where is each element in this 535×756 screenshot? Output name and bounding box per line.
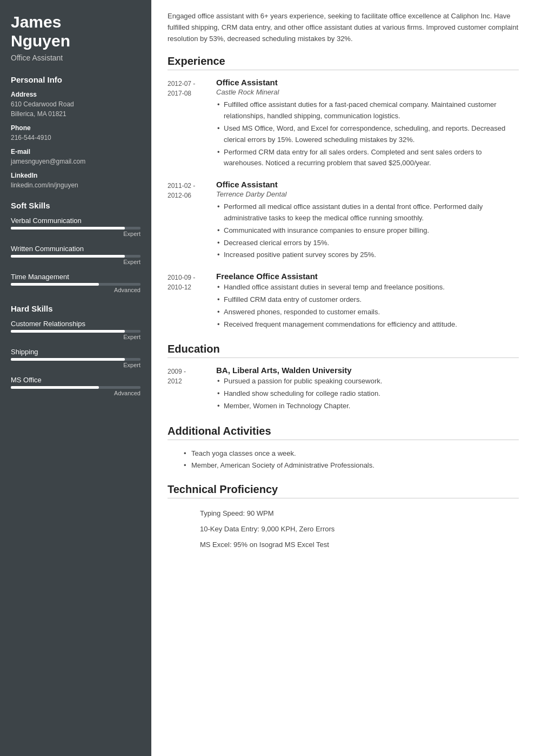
entry-content: Office Assistant Castle Rock Mineral Ful… xyxy=(216,78,519,170)
bullet-item: Pursued a passion for public speaking co… xyxy=(216,376,519,387)
experience-entry: 2011-02 -2012-06 Office Assistant Terren… xyxy=(168,180,519,262)
entry-edu-title: BA, Liberal Arts, Walden University xyxy=(216,366,519,375)
entry-job-title: Freelance Office Assistant xyxy=(216,272,519,281)
skill-bar-fill xyxy=(11,358,125,361)
skill-name: Time Management xyxy=(11,273,141,281)
hard-skills-heading: Hard Skills xyxy=(11,304,141,313)
skill-bar-bg xyxy=(11,330,141,333)
activities-heading: Additional Activities xyxy=(168,425,519,440)
education-heading: Education xyxy=(168,343,519,358)
skill-level: Expert xyxy=(11,259,141,265)
tech-item: Typing Speed: 90 WPM xyxy=(168,506,519,522)
experience-list: 2012-07 -2017-08 Office Assistant Castle… xyxy=(168,78,519,331)
skill-name: MS Office xyxy=(11,376,141,384)
hard-skills-list: Customer Relationships Expert Shipping E… xyxy=(11,320,141,396)
experience-entry: 2012-07 -2017-08 Office Assistant Castle… xyxy=(168,78,519,170)
entry-company: Terrence Darby Dental xyxy=(216,190,519,198)
bullet-item: Fulfilled CRM data entry of customer ord… xyxy=(216,294,519,306)
skill-level: Expert xyxy=(11,362,141,368)
skill-item: Shipping Expert xyxy=(11,348,141,368)
activity-item: Teach yoga classes once a week. xyxy=(184,448,519,460)
sidebar: JamesNguyen Office Assistant Personal In… xyxy=(0,0,151,756)
skill-bar-bg xyxy=(11,227,141,230)
entry-date: 2010-09 -2010-12 xyxy=(168,272,216,331)
skill-level: Expert xyxy=(11,334,141,340)
skill-bar-bg xyxy=(11,255,141,258)
tech-section: Technical Proficiency Typing Speed: 90 W… xyxy=(168,483,519,552)
skill-name: Customer Relationships xyxy=(11,320,141,328)
skill-bar-bg xyxy=(11,358,141,361)
linkedin-value: linkedin.com/in/jnguyen xyxy=(11,180,141,190)
phone-label: Phone xyxy=(11,124,141,132)
activities-section: Additional Activities Teach yoga classes… xyxy=(168,425,519,471)
entry-job-title: Office Assistant xyxy=(216,78,519,87)
skill-item: Verbal Communication Expert xyxy=(11,217,141,237)
address-line1: 610 Cedarwood Road xyxy=(11,99,141,109)
summary-text: Engaged office assistant with 6+ years e… xyxy=(168,11,519,44)
entry-bullets: Handled office assistant duties in sever… xyxy=(216,282,519,330)
linkedin-label: LinkedIn xyxy=(11,172,141,179)
tech-item: 10-Key Data Entry: 9,000 KPH, Zero Error… xyxy=(168,522,519,537)
email-value: jamesnguyen@gmail.com xyxy=(11,157,141,166)
entry-date: 2009 -2012 xyxy=(168,366,216,413)
tech-list: Typing Speed: 90 WPM10-Key Data Entry: 9… xyxy=(168,506,519,552)
email-label: E-mail xyxy=(11,148,141,156)
skill-item: Time Management Advanced xyxy=(11,273,141,293)
education-entry: 2009 -2012 BA, Liberal Arts, Walden Univ… xyxy=(168,366,519,413)
experience-heading: Experience xyxy=(168,55,519,70)
education-list: 2009 -2012 BA, Liberal Arts, Walden Univ… xyxy=(168,366,519,413)
skill-item: MS Office Advanced xyxy=(11,376,141,396)
skill-bar-fill xyxy=(11,255,125,258)
experience-entry: 2010-09 -2010-12 Freelance Office Assist… xyxy=(168,272,519,331)
candidate-name: JamesNguyen xyxy=(11,13,141,50)
candidate-title: Office Assistant xyxy=(11,53,141,62)
bullet-item: Performed all medical office assistant d… xyxy=(216,201,519,224)
experience-section: Experience 2012-07 -2017-08 Office Assis… xyxy=(168,55,519,331)
skill-bar-fill xyxy=(11,330,125,333)
skill-bar-bg xyxy=(11,386,141,389)
phone-value: 216-544-4910 xyxy=(11,133,141,143)
entry-company: Castle Rock Mineral xyxy=(216,88,519,96)
bullet-item: Communicated with insurance companies to… xyxy=(216,225,519,237)
main-content: Engaged office assistant with 6+ years e… xyxy=(151,0,535,756)
soft-skills-heading: Soft Skills xyxy=(11,201,141,210)
bullet-item: Decreased clerical errors by 15%. xyxy=(216,238,519,249)
entry-date: 2011-02 -2012-06 xyxy=(168,180,216,262)
activities-list: Teach yoga classes once a week.Member, A… xyxy=(168,448,519,471)
skill-level: Advanced xyxy=(11,390,141,396)
activity-item: Member, American Society of Administrati… xyxy=(184,460,519,471)
entry-content: Freelance Office Assistant Handled offic… xyxy=(216,272,519,331)
bullet-item: Member, Women in Technology Chapter. xyxy=(216,401,519,412)
address-label: Address xyxy=(11,91,141,98)
skill-name: Written Communication xyxy=(11,245,141,253)
skill-level: Expert xyxy=(11,231,141,237)
bullet-item: Received frequent management commendatio… xyxy=(216,319,519,330)
entry-bullets: Fulfilled office assistant duties for a … xyxy=(216,99,519,169)
skill-bar-fill xyxy=(11,227,125,230)
tech-item: MS Excel: 95% on Isograd MS Excel Test xyxy=(168,537,519,553)
education-section: Education 2009 -2012 BA, Liberal Arts, W… xyxy=(168,343,519,413)
skill-item: Written Communication Expert xyxy=(11,245,141,265)
tech-heading: Technical Proficiency xyxy=(168,483,519,498)
entry-date: 2012-07 -2017-08 xyxy=(168,78,216,170)
soft-skills-list: Verbal Communication Expert Written Comm… xyxy=(11,217,141,293)
bullet-item: Handled show scheduling for college radi… xyxy=(216,388,519,400)
entry-bullets: Pursued a passion for public speaking co… xyxy=(216,376,519,411)
address-line2: Billerica, MA 01821 xyxy=(11,109,141,119)
bullet-item: Used MS Office, Word, and Excel for corr… xyxy=(216,123,519,146)
skill-bar-fill xyxy=(11,283,99,286)
bullet-item: Performed CRM data entry for all sales o… xyxy=(216,147,519,170)
entry-job-title: Office Assistant xyxy=(216,180,519,189)
skill-bar-fill xyxy=(11,386,99,389)
entry-content: Office Assistant Terrence Darby Dental P… xyxy=(216,180,519,262)
skill-name: Verbal Communication xyxy=(11,217,141,225)
bullet-item: Increased positive patient survey scores… xyxy=(216,249,519,261)
skill-bar-bg xyxy=(11,283,141,286)
entry-bullets: Performed all medical office assistant d… xyxy=(216,201,519,261)
skill-name: Shipping xyxy=(11,348,141,356)
skill-item: Customer Relationships Expert xyxy=(11,320,141,340)
skill-level: Advanced xyxy=(11,287,141,293)
bullet-item: Fulfilled office assistant duties for a … xyxy=(216,99,519,122)
entry-content: BA, Liberal Arts, Walden University Purs… xyxy=(216,366,519,413)
personal-info-heading: Personal Info xyxy=(11,75,141,84)
